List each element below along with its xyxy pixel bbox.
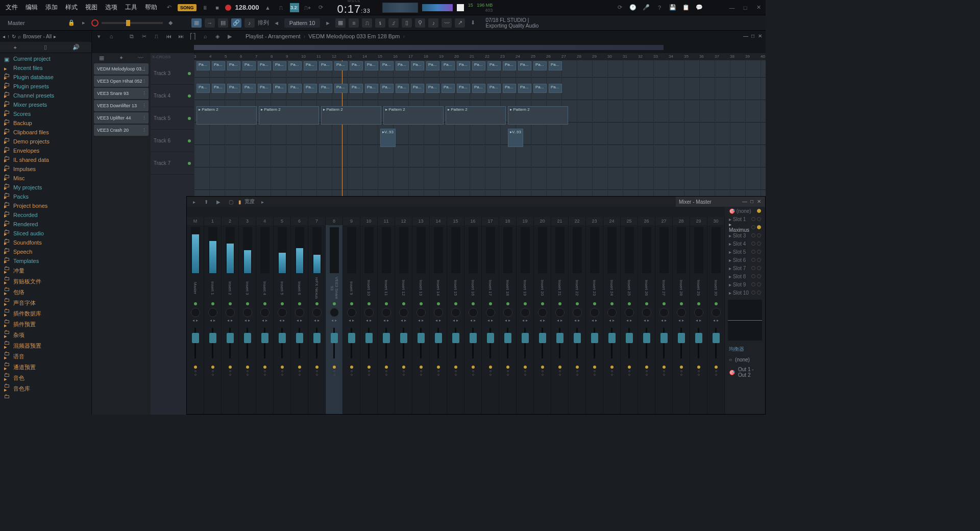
send-dot[interactable] [212, 374, 214, 376]
mute-button[interactable] [576, 370, 578, 372]
mixer-stereo-sep[interactable]: ◂ ▸ [435, 318, 440, 323]
loop-icon[interactable]: ⟳ [316, 3, 326, 12]
pattern-item[interactable]: VEE3 Downlifter 13⋮ [94, 100, 149, 111]
mx-chevron-icon[interactable]: ▸ [258, 197, 267, 206]
mixer-stereo-sep[interactable]: ◂ ▸ [279, 318, 284, 323]
mixer-stereo-sep[interactable]: ◂ ▸ [661, 318, 666, 323]
clip[interactable]: Pa... [304, 84, 317, 93]
pitch-icon[interactable]: ◆ [166, 18, 175, 28]
clip[interactable]: Pa... [212, 84, 225, 93]
mixer-fader[interactable] [395, 323, 412, 364]
mixer-fader[interactable] [464, 323, 481, 364]
bpm-display[interactable]: 128.000 [235, 4, 259, 11]
mixer-pan-knob[interactable] [521, 308, 530, 317]
mixer-stereo-sep[interactable]: ◂ ▸ [609, 318, 614, 323]
fx-slot[interactable]: ▸ Slot 9 [725, 280, 765, 288]
mixer-fader[interactable] [378, 323, 395, 364]
clip[interactable]: Pa... [258, 61, 271, 70]
send-dot[interactable] [247, 374, 249, 376]
browser-item[interactable]: ▸🗀Recent files [0, 63, 91, 73]
mx-max-icon[interactable]: □ [749, 199, 755, 205]
mixer-fader[interactable] [551, 323, 568, 364]
mixer-pan-knob[interactable] [712, 308, 721, 317]
channel-rack-button[interactable]: ▤ [218, 18, 228, 28]
browser-item[interactable]: ▸🗀Speech [0, 247, 91, 256]
clip[interactable]: Pa... [242, 84, 256, 93]
eq-display[interactable] [728, 300, 762, 341]
send-dot[interactable] [715, 374, 717, 376]
pl-menu-icon[interactable]: ▾ [94, 32, 104, 41]
fx-led[interactable] [663, 366, 666, 369]
mixer-track[interactable]: 26Insert 26◂ ▸ [638, 217, 655, 414]
mixer-fader[interactable] [638, 323, 655, 364]
clock-icon[interactable]: 🕐 [628, 3, 638, 12]
mute-button[interactable] [437, 370, 439, 372]
browser-item[interactable]: ▸🗀音色库 [0, 383, 91, 394]
mute-button[interactable] [646, 370, 648, 372]
send-dot[interactable] [281, 374, 283, 376]
fx-led[interactable] [315, 366, 318, 369]
mute-button[interactable] [368, 370, 370, 372]
clip[interactable]: Pa... [273, 84, 286, 93]
mixer-fader[interactable] [430, 323, 447, 364]
clip[interactable]: Pa... [533, 84, 547, 93]
track-led[interactable] [188, 94, 191, 98]
mixer-enable-led[interactable] [645, 302, 648, 305]
slot-led-1[interactable] [751, 258, 755, 262]
mute-button[interactable] [281, 370, 283, 372]
clip[interactable]: ▸ Pattern 2 [446, 106, 506, 125]
mixer-pan-knob[interactable] [659, 308, 669, 317]
clip[interactable]: Pa... [365, 61, 378, 70]
mixer-track[interactable]: 8VEE3 Snare 93◂ ▸ [326, 217, 343, 414]
fx-led[interactable] [680, 366, 683, 369]
fx-led[interactable] [576, 366, 579, 369]
link-button[interactable]: 🔗 [231, 18, 241, 28]
fx-led[interactable] [420, 366, 423, 369]
pl-magnet-icon[interactable]: ⧉ [127, 32, 136, 41]
mixer-stereo-sep[interactable]: ◂ ▸ [244, 318, 250, 323]
mute-button[interactable] [212, 370, 214, 372]
mixer-enable-led[interactable] [576, 302, 579, 305]
mixer-fader[interactable] [360, 323, 377, 364]
mixer-enable-led[interactable] [472, 302, 475, 305]
mixer-stereo-sep[interactable]: ◂ ▸ [592, 318, 597, 323]
send-dot[interactable] [316, 374, 318, 376]
pattern-selector[interactable]: Pattern 10 [284, 18, 321, 28]
picker-wave-icon[interactable]: ✦ [116, 53, 126, 62]
mixer-fader[interactable] [517, 323, 533, 364]
output-none-row[interactable]: ○(none) [725, 355, 765, 365]
browser-item[interactable]: ▸🗀Templates [0, 256, 91, 266]
clip[interactable]: Pa... [411, 84, 424, 93]
browser-item[interactable]: ▸🗀Packs [0, 192, 91, 201]
send-dot[interactable] [628, 374, 630, 376]
browser-item[interactable]: ▸🗀Scores [0, 109, 91, 118]
picker-auto-icon[interactable]: 〰 [136, 53, 145, 62]
clip[interactable]: Pa... [518, 61, 531, 70]
send-dot[interactable] [646, 374, 648, 376]
pl-zoom-icon[interactable]: ⌕ [201, 32, 210, 41]
mixer-stereo-sep[interactable]: ◂ ▸ [470, 318, 475, 323]
mixer-enable-led[interactable] [506, 302, 509, 305]
mixer-fader[interactable] [655, 323, 672, 364]
pattern-item[interactable]: VEE3 Snare 93⋮ [94, 88, 149, 99]
clip[interactable]: Pa... [503, 84, 516, 93]
pl-cut-icon[interactable]: ✂ [139, 32, 149, 41]
tool-3[interactable]: ⎍ [362, 18, 372, 28]
browser-item[interactable]: ▸🗀Demo projects [0, 137, 91, 146]
track-header[interactable]: Track 3 [151, 62, 194, 85]
browser-item[interactable]: ▸🗀Backup [0, 118, 91, 128]
mixer-pan-knob[interactable] [555, 308, 565, 317]
clip[interactable]: Pa... [396, 84, 409, 93]
mixer-fader[interactable] [690, 323, 707, 364]
pl-group-icon[interactable]: ⎡⎤ [188, 32, 198, 41]
mute-button[interactable] [264, 370, 266, 372]
mixer-stereo-sep[interactable]: ◂ ▸ [314, 318, 319, 323]
slot-led-1[interactable] [751, 291, 755, 295]
collapse-icon[interactable]: ◂ [3, 34, 5, 39]
send-dot[interactable] [524, 374, 526, 376]
fx-slot[interactable]: ▸ Slot 5 [725, 248, 765, 256]
mixer-pan-knob[interactable] [226, 308, 235, 317]
slot-led-1[interactable] [751, 217, 755, 221]
save-icon[interactable]: 💾 [668, 3, 677, 12]
browser-item[interactable]: ▸🗀Soundfonts [0, 238, 91, 247]
